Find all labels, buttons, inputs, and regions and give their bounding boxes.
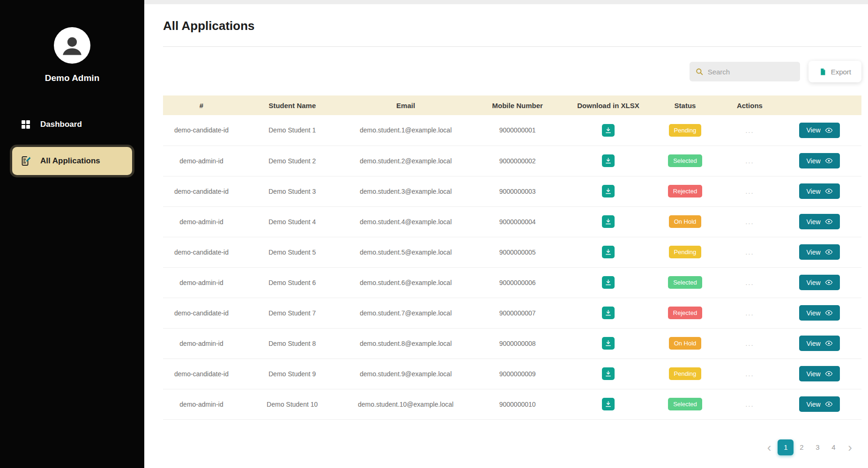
view-button[interactable]: View [799, 336, 839, 351]
actions-ellipsis[interactable]: ... [745, 218, 754, 226]
page-button-4[interactable]: 4 [825, 439, 841, 455]
avatar [54, 27, 90, 64]
sidebar-item-all-applications[interactable]: All Applications [12, 147, 132, 175]
view-button[interactable]: View [799, 396, 839, 412]
download-xlsx-button[interactable] [602, 185, 615, 197]
pagination: ‹ 1234 › [163, 420, 861, 468]
pagination-prev-icon[interactable]: ‹ [764, 441, 774, 453]
download-icon [605, 249, 612, 256]
view-button[interactable]: View [799, 153, 839, 168]
cell-student-name: Demo Student 10 [240, 389, 345, 419]
download-icon [605, 309, 612, 316]
view-button-label: View [806, 370, 820, 378]
cell-student-name: Demo Student 9 [240, 358, 345, 389]
download-xlsx-button[interactable] [602, 154, 615, 167]
actions-ellipsis[interactable]: ... [745, 370, 754, 378]
download-icon [605, 157, 612, 164]
eye-icon [825, 400, 833, 408]
status-badge: Rejected [668, 307, 702, 319]
export-button-label: Export [831, 68, 851, 76]
search-input[interactable] [708, 68, 801, 76]
actions-ellipsis[interactable]: ... [745, 339, 754, 347]
view-button[interactable]: View [799, 366, 839, 381]
header-divider [163, 46, 861, 47]
view-button[interactable]: View [799, 244, 839, 260]
applications-document-icon [20, 155, 32, 167]
page-button-1[interactable]: 1 [778, 439, 794, 455]
actions-ellipsis[interactable]: ... [745, 248, 754, 256]
download-icon [605, 279, 612, 286]
table-row: demo-admin-id Demo Student 10 demo.stude… [163, 389, 861, 419]
cell-mobile: 9000000009 [467, 358, 568, 389]
cell-email: demo.student.8@example.local [345, 328, 467, 358]
download-xlsx-button[interactable] [602, 276, 615, 289]
cell-email: demo.student.7@example.local [345, 298, 467, 328]
export-button[interactable]: Export [809, 61, 861, 82]
cell-email: demo.student.9@example.local [345, 358, 467, 389]
page-title: All Applications [163, 19, 861, 33]
view-button[interactable]: View [799, 214, 839, 229]
cell-student-name: Demo Student 5 [240, 237, 345, 267]
cell-mobile: 9000000010 [467, 389, 568, 419]
eye-icon [825, 278, 833, 286]
table-row: demo-candidate-id Demo Student 7 demo.st… [163, 298, 861, 328]
person-icon [59, 32, 86, 59]
view-button[interactable]: View [799, 275, 839, 290]
view-button-label: View [806, 157, 820, 165]
col-header-mobile: Mobile Number [467, 95, 568, 115]
sidebar-item-dashboard[interactable]: Dashboard [12, 110, 132, 139]
export-file-icon [819, 68, 827, 76]
toolbar: Export [163, 61, 861, 82]
cell-email: demo.student.4@example.local [345, 206, 467, 237]
view-button[interactable]: View [799, 183, 839, 199]
cell-candidate-id: demo-admin-id [163, 328, 240, 358]
download-icon [605, 370, 612, 377]
dashboard-grid-icon [20, 118, 32, 131]
cell-candidate-id: demo-candidate-id [163, 358, 240, 389]
table-header: # Student Name Email Mobile Number Downl… [163, 95, 861, 115]
cell-student-name: Demo Student 6 [240, 267, 345, 298]
col-header-name: Student Name [240, 95, 345, 115]
search-icon [695, 67, 704, 76]
actions-ellipsis[interactable]: ... [745, 400, 754, 408]
eye-icon [825, 126, 833, 134]
actions-ellipsis[interactable]: ... [745, 187, 754, 195]
download-xlsx-button[interactable] [602, 398, 615, 410]
eye-icon [825, 248, 833, 256]
user-name: Demo Admin [45, 73, 99, 83]
eye-icon [825, 157, 833, 165]
actions-ellipsis[interactable]: ... [745, 309, 754, 317]
cell-student-name: Demo Student 1 [240, 115, 345, 146]
download-xlsx-button[interactable] [602, 124, 615, 137]
app-root: Demo Admin Dashboard [0, 0, 868, 468]
cell-student-name: Demo Student 3 [240, 176, 345, 206]
actions-ellipsis[interactable]: ... [745, 278, 754, 286]
page-button-3[interactable]: 3 [809, 439, 825, 455]
table-row: demo-admin-id Demo Student 6 demo.studen… [163, 267, 861, 298]
view-button-label: View [806, 218, 820, 226]
cell-mobile: 9000000004 [467, 206, 568, 237]
download-xlsx-button[interactable] [602, 246, 615, 258]
cell-student-name: Demo Student 2 [240, 146, 345, 176]
download-icon [605, 127, 612, 134]
actions-ellipsis[interactable]: ... [745, 126, 754, 134]
view-button[interactable]: View [799, 305, 839, 321]
download-xlsx-button[interactable] [602, 307, 615, 319]
view-button-label: View [806, 249, 820, 256]
download-xlsx-button[interactable] [602, 337, 615, 350]
actions-ellipsis[interactable]: ... [745, 157, 754, 165]
view-button[interactable]: View [799, 123, 839, 138]
view-button-label: View [806, 340, 820, 347]
cell-email: demo.student.2@example.local [345, 146, 467, 176]
eye-icon [825, 339, 833, 347]
table-row: demo-candidate-id Demo Student 3 demo.st… [163, 176, 861, 206]
download-xlsx-button[interactable] [602, 215, 615, 228]
status-badge: Pending [669, 246, 702, 258]
pagination-next-icon[interactable]: › [845, 441, 855, 453]
page-button-2[interactable]: 2 [794, 439, 809, 455]
download-xlsx-button[interactable] [602, 367, 615, 380]
table-row: demo-admin-id Demo Student 4 demo.studen… [163, 206, 861, 237]
cell-student-name: Demo Student 8 [240, 328, 345, 358]
cell-candidate-id: demo-admin-id [163, 146, 240, 176]
cell-mobile: 9000000005 [467, 237, 568, 267]
